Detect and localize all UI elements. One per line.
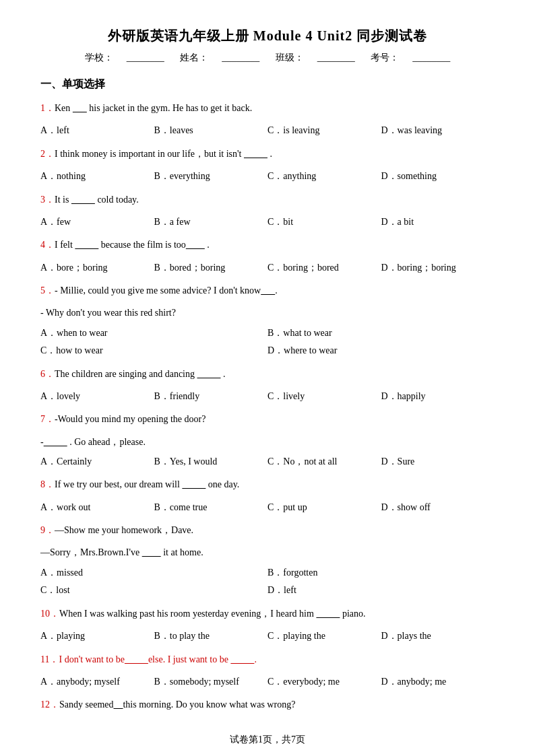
- class-blank: ________: [317, 53, 355, 63]
- q9-num: 9．: [40, 525, 55, 535]
- q4-optB: B．bored；boring: [154, 259, 268, 277]
- q10-optB: B．to play the: [154, 627, 268, 646]
- q7-optC: C．No，not at all: [268, 453, 381, 471]
- q3-num: 3．: [40, 195, 55, 205]
- question-5: 5．- Millie, could you give me some advic…: [40, 282, 495, 299]
- question-4: 4．I felt because the film is too .: [40, 236, 495, 253]
- question-9: 9．—Show me your homework，Dave.: [40, 522, 495, 539]
- q2-num: 2．: [40, 149, 55, 159]
- q1-optA: A．left: [40, 122, 154, 140]
- q5-num: 5．: [40, 285, 55, 296]
- q11-optC: C．everybody; me: [268, 673, 381, 691]
- exam-blank: ________: [412, 53, 450, 63]
- q8-num: 8．: [40, 479, 55, 489]
- q9-optC: C．lost: [40, 582, 268, 600]
- q3-options: A．few B．a few C．bit D．a bit: [40, 213, 495, 232]
- q2-optC: C．anything: [268, 168, 381, 186]
- question-12: 12．Sandy seemed this morning. Do you kno…: [40, 696, 495, 713]
- q11-optB: B．somebody; myself: [154, 673, 268, 691]
- q7-optB: B．Yes, I would: [154, 453, 268, 471]
- q11-options: A．anybody; myself B．somebody; myself C．e…: [40, 673, 495, 691]
- q7-num: 7．: [40, 414, 55, 424]
- q4-optC: C．boring；bored: [268, 259, 381, 277]
- q1-options: A．left B．leaves C．is leaving D．was leavi…: [40, 122, 495, 140]
- q2-options: A．nothing B．everything C．anything D．some…: [40, 168, 495, 186]
- q3-optB: B．a few: [154, 213, 268, 232]
- q7-dialog: - . Go ahead，please.: [40, 434, 495, 450]
- q5-optB: B．what to wear: [268, 324, 495, 343]
- q5-optD: D．where to wear: [268, 342, 495, 360]
- q10-optA: A．playing: [40, 627, 154, 646]
- q4-optD: D．boring；boring: [381, 259, 495, 277]
- exam-label: 考号：: [371, 53, 399, 63]
- question-2: 2．I think money is important in our life…: [40, 145, 495, 162]
- q12-num: 12．: [40, 699, 59, 710]
- q4-optA: A．bore；boring: [40, 259, 154, 277]
- q8-optC: C．put up: [268, 499, 381, 517]
- name-label: 姓名：: [180, 53, 208, 63]
- q6-optD: D．happily: [381, 388, 495, 406]
- q1-optC: C．is leaving: [268, 122, 381, 140]
- name-blank: ________: [222, 53, 259, 63]
- footer: 试卷第1页，共7页: [40, 734, 495, 746]
- q6-optA: A．lovely: [40, 388, 154, 406]
- section-1-title: 一、单项选择: [40, 77, 495, 92]
- school-blank: ________: [127, 53, 164, 63]
- q11-optA: A．anybody; myself: [40, 673, 154, 691]
- q4-options: A．bore；boring B．bored；boring C．boring；bo…: [40, 259, 495, 277]
- q10-optC: C．playing the: [268, 627, 381, 646]
- q8-optA: A．work out: [40, 499, 154, 517]
- q7-options: A．Certainly B．Yes, I would C．No，not at a…: [40, 453, 495, 471]
- q6-optC: C．lively: [268, 388, 381, 406]
- page-title: 外研版英语九年级上册 Module 4 Unit2 同步测试卷: [40, 27, 495, 45]
- q11-optD: D．anybody; me: [381, 673, 495, 691]
- q5-options: A．when to wear B．what to wear C．how to w…: [40, 324, 495, 360]
- q8-options: A．work out B．come true C．put up D．show o…: [40, 499, 495, 517]
- q6-optB: B．friendly: [154, 388, 268, 406]
- q3-optD: D．a bit: [381, 213, 495, 232]
- q11-num: 11．: [40, 654, 59, 664]
- q10-num: 10．: [40, 609, 59, 619]
- school-label: 学校：: [85, 53, 113, 63]
- q10-options: A．playing B．to play the C．playing the D．…: [40, 627, 495, 646]
- q1-optD: D．was leaving: [381, 122, 495, 140]
- q6-options: A．lovely B．friendly C．lively D．happily: [40, 388, 495, 406]
- q9-options: A．missed B．forgotten C．lost D．left: [40, 564, 495, 600]
- q10-optD: D．plays the: [381, 627, 495, 646]
- question-1: 1．Ken his jacket in the gym. He has to g…: [40, 100, 495, 116]
- q2-optD: D．something: [381, 168, 495, 186]
- q9-optA: A．missed: [40, 564, 268, 582]
- question-8: 8．If we try our best, our dream will one…: [40, 476, 495, 493]
- q3-optA: A．few: [40, 213, 154, 232]
- q3-optC: C．bit: [268, 213, 381, 232]
- q1-num: 1．: [40, 103, 55, 113]
- q7-optA: A．Certainly: [40, 453, 154, 471]
- question-11: 11．I don't want to be else. I just want …: [40, 651, 495, 668]
- class-label: 班级：: [276, 53, 304, 63]
- question-7: 7．-Would you mind my opening the door?: [40, 411, 495, 427]
- q8-optB: B．come true: [154, 499, 268, 517]
- q7-optD: D．Sure: [381, 453, 495, 471]
- question-6: 6．The children are singing and dancing .: [40, 366, 495, 382]
- question-10: 10．When I was walking past his room yest…: [40, 605, 495, 622]
- q9-optD: D．left: [268, 582, 495, 600]
- q2-optA: A．nothing: [40, 168, 154, 186]
- q6-num: 6．: [40, 369, 55, 379]
- question-3: 3．It is cold today.: [40, 191, 495, 208]
- section-1: 一、单项选择 1．Ken his jacket in the gym. He h…: [40, 77, 495, 714]
- q4-num: 4．: [40, 240, 55, 250]
- q5-dialog: - Why don't you wear this red shirt?: [40, 304, 495, 321]
- q8-optD: D．show off: [381, 499, 495, 517]
- q1-optB: B．leaves: [154, 122, 268, 140]
- q2-optB: B．everything: [154, 168, 268, 186]
- q5-optA: A．when to wear: [40, 324, 268, 343]
- info-row: 学校：________ 姓名：________ 班级：________ 考号：_…: [40, 52, 495, 64]
- q9-optB: B．forgotten: [268, 564, 495, 582]
- q9-dialog: —Sorry，Mrs.Brown.I've it at home.: [40, 544, 495, 561]
- q5-optC: C．how to wear: [40, 342, 268, 360]
